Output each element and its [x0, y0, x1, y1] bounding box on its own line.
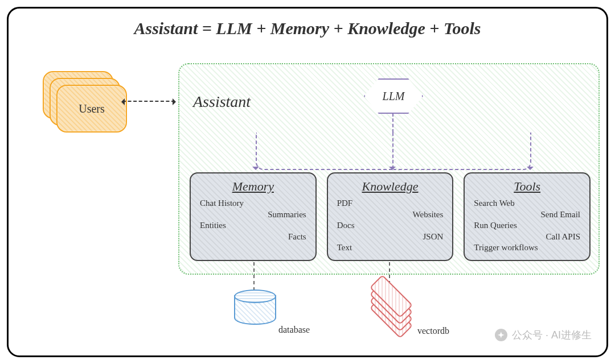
database-icon: [234, 289, 274, 326]
knowledge-item: Docs: [337, 221, 444, 230]
component-row: Memory Chat History Summaries Entities F…: [190, 172, 591, 261]
llm-connector-right: [393, 133, 531, 170]
users-node: Users: [43, 71, 128, 134]
knowledge-item: Text: [337, 243, 444, 253]
llm-label: LLM: [383, 90, 405, 103]
users-assistant-arrow: [122, 101, 175, 103]
tools-box: Tools Search Web Send Email Run Queries …: [464, 172, 591, 261]
diagram-frame: Assistant = LLM + Memory + Knowledge + T…: [7, 7, 608, 357]
knowledge-heading: Knowledge: [335, 179, 446, 194]
knowledge-item: JSON: [337, 232, 444, 242]
watermark-text: 公众号 · AI进修生: [512, 328, 592, 342]
knowledge-item: PDF: [337, 198, 444, 208]
watermark: ✦ 公众号 · AI进修生: [495, 328, 592, 342]
wechat-icon: ✦: [495, 329, 507, 341]
tools-item: Run Queries: [474, 221, 580, 230]
memory-box: Memory Chat History Summaries Entities F…: [190, 172, 317, 261]
knowledge-items: PDF Websites Docs JSON Text: [335, 198, 446, 253]
assistant-label: Assistant: [193, 93, 251, 111]
tools-item: Search Web: [474, 198, 580, 208]
memory-item: Summaries: [200, 210, 306, 220]
memory-db-connector: [253, 262, 256, 291]
knowledge-box: Knowledge PDF Websites Docs JSON Text: [327, 172, 454, 261]
memory-item: Entities: [200, 221, 306, 230]
users-label: Users: [79, 102, 105, 115]
vectordb-label: vectordb: [417, 326, 449, 336]
llm-hexagon: LLM: [364, 78, 423, 114]
llm-connector-left: [256, 133, 393, 170]
users-card-front: Users: [56, 85, 127, 133]
memory-heading: Memory: [198, 179, 309, 194]
tools-item: Trigger workflows: [474, 243, 580, 253]
assistant-container: Assistant LLM Memory Chat History Summar…: [178, 63, 600, 275]
knowledge-item: Websites: [337, 210, 444, 220]
tools-item: Send Email: [474, 210, 580, 220]
tools-heading: Tools: [472, 179, 583, 194]
tools-item: Call APIS: [474, 232, 580, 242]
llm-node: LLM: [364, 79, 423, 113]
diagram-title: Assistant = LLM + Memory + Knowledge + T…: [9, 19, 606, 38]
memory-item: Facts: [200, 232, 306, 242]
memory-items: Chat History Summaries Entities Facts: [198, 198, 309, 241]
llm-connector-trunk: [392, 113, 395, 133]
vectordb-icon: [368, 288, 413, 328]
memory-item: Chat History: [200, 198, 306, 208]
tools-items: Search Web Send Email Run Queries Call A…: [472, 198, 583, 253]
database-label: database: [278, 325, 310, 335]
